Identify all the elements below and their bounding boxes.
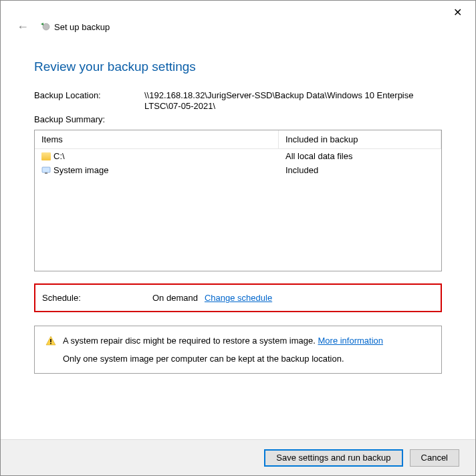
monitor-icon [41, 166, 51, 174]
svg-rect-2 [45, 172, 47, 174]
item-included: All local data files [285, 151, 352, 161]
summary-table: Items Included in backup C:\ All local d… [34, 130, 442, 271]
backup-summary-label: Backup Summary: [34, 114, 144, 124]
col-included[interactable]: Included in backup [279, 130, 441, 148]
close-icon[interactable]: ✕ [453, 7, 462, 18]
col-items[interactable]: Items [35, 130, 279, 148]
svg-rect-3 [50, 339, 51, 342]
app-title: Set up backup [54, 22, 110, 32]
warning-panel: A system repair disc might be required t… [34, 326, 442, 374]
svg-rect-1 [42, 167, 50, 172]
backup-location-value: \\192.168.18.32\JurigServer-SSD\Backup D… [144, 90, 442, 110]
svg-point-0 [43, 23, 49, 30]
warning-line2: Only one system image per computer can b… [63, 354, 383, 364]
warning-icon [45, 336, 56, 346]
change-schedule-link[interactable]: Change schedule [205, 293, 272, 303]
footer: Save settings and run backup Cancel [1, 439, 475, 475]
page-title: Review your backup settings [34, 60, 442, 74]
back-arrow-icon[interactable]: ← [17, 21, 29, 33]
save-run-button[interactable]: Save settings and run backup [264, 449, 402, 467]
table-row: System image Included [35, 163, 441, 177]
table-row: C:\ All local data files [35, 149, 441, 163]
item-name: System image [53, 165, 108, 175]
cancel-button[interactable]: Cancel [410, 449, 459, 467]
warning-line1: A system repair disc might be required t… [63, 336, 318, 346]
app-icon [39, 21, 50, 32]
schedule-label: Schedule: [42, 293, 152, 303]
more-information-link[interactable]: More information [318, 336, 384, 346]
schedule-value: On demand [152, 293, 198, 303]
backup-location-label: Backup Location: [34, 90, 144, 110]
svg-rect-4 [50, 343, 51, 344]
item-included: Included [285, 165, 318, 175]
folder-icon [41, 152, 51, 160]
schedule-row: Schedule: On demand Change schedule [34, 283, 442, 312]
item-name: C:\ [53, 151, 65, 161]
